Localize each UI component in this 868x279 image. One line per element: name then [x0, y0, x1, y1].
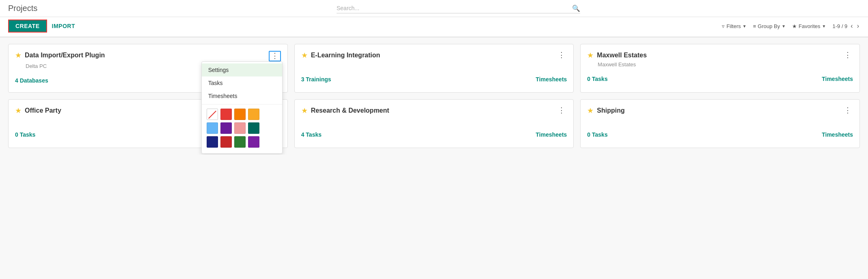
star-icon: ★ — [301, 51, 308, 60]
card-header: ★ Data Import/Export Plugin ⋮ Settings T… — [15, 51, 281, 61]
star-icon: ★ — [301, 106, 308, 115]
card-maxwell: ★ Maxwell Estates ⋮ Maxwell Estates 0 Ta… — [580, 44, 860, 93]
card-title: Office Party — [25, 107, 61, 114]
card-footer: 0 Tasks Timesheets — [587, 72, 853, 82]
color-swatch-crimson[interactable] — [220, 136, 232, 148]
card-menu-button[interactable]: ⋮ — [842, 106, 853, 115]
favorites-arrow-icon: ▼ — [822, 24, 826, 28]
pagination: 1-9 / 9 ‹ › — [832, 22, 860, 30]
card-footer: 3 Trainings Timesheets — [301, 73, 567, 83]
pagination-prev[interactable]: ‹ — [850, 22, 853, 30]
star-icon: ★ — [15, 51, 22, 60]
filters-arrow-icon: ▼ — [743, 24, 747, 28]
card-title: Maxwell Estates — [597, 52, 647, 59]
color-swatch-red[interactable] — [220, 109, 232, 120]
color-swatch-green[interactable] — [234, 136, 246, 148]
star-icon: ★ — [15, 106, 22, 115]
star-icon: ★ — [792, 23, 797, 29]
card-elearning: ★ E-Learning Integration ⋮ 3 Trainings T… — [294, 44, 574, 93]
card-title: E-Learning Integration — [311, 52, 380, 59]
card-stat[interactable]: 0 Tasks — [15, 131, 35, 138]
card-timesheets-link[interactable]: Timesheets — [822, 76, 853, 82]
card-dropdown-menu: Settings Tasks Timesheets — [201, 61, 283, 154]
color-swatch-dark-purple[interactable] — [220, 122, 232, 134]
toolbar: CREATE IMPORT ▿ Filters ▼ ≡ Group By ▼ ★… — [0, 17, 868, 37]
card-title-area: ★ Office Party — [15, 106, 61, 115]
color-swatch-dark-blue[interactable] — [207, 136, 218, 148]
import-button[interactable]: IMPORT — [52, 23, 75, 29]
dropdown-container: ⋮ Settings Tasks Timesheets — [269, 51, 281, 61]
card-subtitle: Maxwell Estates — [598, 61, 853, 68]
card-research: ★ Research & Development ⋮ 4 Tasks Times… — [294, 99, 574, 148]
card-timesheets-link[interactable]: Timesheets — [536, 76, 567, 83]
card-title-area: ★ Research & Development — [301, 106, 389, 115]
filters-button[interactable]: ▿ Filters ▼ — [722, 23, 746, 29]
card-header: ★ Maxwell Estates ⋮ — [587, 51, 853, 60]
card-stat[interactable]: 4 Tasks — [301, 131, 322, 138]
color-swatch-salmon[interactable] — [234, 122, 246, 134]
card-title: Shipping — [597, 107, 624, 114]
star-icon: ★ — [587, 106, 594, 115]
card-title-area: ★ E-Learning Integration — [301, 51, 380, 60]
color-picker — [202, 104, 282, 152]
card-title: Data Import/Export Plugin — [25, 52, 105, 59]
favorites-button[interactable]: ★ Favorites ▼ — [792, 23, 826, 29]
card-footer: 0 Tasks Timesheets — [587, 128, 853, 138]
card-stat[interactable]: 0 Tasks — [587, 131, 607, 138]
card-menu-button[interactable]: ⋮ — [269, 51, 281, 61]
toolbar-right: ▿ Filters ▼ ≡ Group By ▼ ★ Favorites ▼ 1… — [722, 22, 860, 30]
color-swatch-light-blue[interactable] — [207, 122, 218, 134]
card-title-area: ★ Data Import/Export Plugin — [15, 51, 105, 60]
card-stat[interactable]: 4 Databases — [15, 77, 48, 84]
card-header: ★ E-Learning Integration ⋮ — [301, 51, 567, 60]
card-menu-button[interactable]: ⋮ — [556, 106, 567, 115]
card-shipping: ★ Shipping ⋮ 0 Tasks Timesheets — [580, 99, 860, 148]
create-button[interactable]: CREATE — [8, 20, 47, 33]
dropdown-tasks[interactable]: Tasks — [202, 76, 282, 89]
card-menu-button[interactable]: ⋮ — [556, 51, 567, 60]
groupby-arrow-icon: ▼ — [782, 24, 786, 28]
card-menu-button[interactable]: ⋮ — [842, 51, 853, 60]
cards-container: ★ Data Import/Export Plugin ⋮ Settings T… — [0, 37, 868, 155]
card-timesheets-link[interactable]: Timesheets — [536, 131, 567, 138]
card-header: ★ Research & Development ⋮ — [301, 106, 567, 115]
groupby-button[interactable]: ≡ Group By ▼ — [753, 23, 786, 29]
card-title-area: ★ Shipping — [587, 106, 624, 115]
header: Projects 🔍 — [0, 0, 868, 17]
filter-icon: ▿ — [722, 23, 725, 29]
search-input[interactable] — [337, 3, 580, 13]
page-title: Projects — [8, 4, 57, 13]
dropdown-settings[interactable]: Settings — [202, 63, 282, 76]
card-header: ★ Shipping ⋮ — [587, 106, 853, 115]
dropdown-timesheets[interactable]: Timesheets — [202, 89, 282, 102]
color-swatch-teal[interactable] — [248, 122, 259, 134]
card-data-import: ★ Data Import/Export Plugin ⋮ Settings T… — [8, 44, 288, 93]
card-title-area: ★ Maxwell Estates — [587, 51, 647, 60]
pagination-next[interactable]: › — [856, 22, 860, 30]
star-icon: ★ — [587, 51, 594, 60]
search-icon[interactable]: 🔍 — [572, 4, 580, 12]
card-title: Research & Development — [311, 107, 389, 114]
card-stat[interactable]: 3 Trainings — [301, 76, 331, 83]
card-footer: 4 Tasks Timesheets — [301, 128, 567, 138]
color-swatch-violet[interactable] — [248, 136, 259, 148]
search-bar: 🔍 — [337, 3, 580, 13]
card-stat[interactable]: 0 Tasks — [587, 76, 607, 82]
card-timesheets-link[interactable]: Timesheets — [822, 131, 853, 138]
groupby-icon: ≡ — [753, 23, 756, 29]
color-swatch-none[interactable] — [207, 109, 218, 120]
pagination-text: 1-9 / 9 — [832, 23, 847, 29]
color-swatch-yellow[interactable] — [248, 109, 259, 120]
color-swatch-orange[interactable] — [234, 109, 246, 120]
